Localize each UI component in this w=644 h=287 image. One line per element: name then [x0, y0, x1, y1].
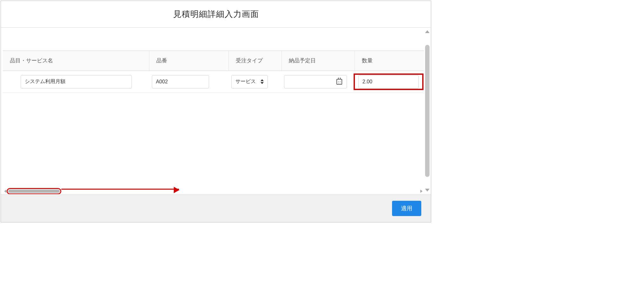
col-header-type: 受注タイプ — [229, 51, 282, 71]
detail-grid: 品目・サービス名 品番 受注タイプ 納品予定日 数量 システム利用月額 — [3, 51, 424, 93]
order-type-select[interactable]: サービス — [231, 75, 268, 88]
table-row: システム利用月額 A002 サービス — [3, 71, 424, 93]
dialog-vertical-scrollbar[interactable] — [424, 28, 431, 194]
detail-table: 品目・サービス名 品番 受注タイプ 納品予定日 数量 システム利用月額 — [3, 51, 424, 93]
item-name-input[interactable]: システム利用月額 — [21, 75, 132, 88]
scroll-left-icon[interactable] — [4, 190, 6, 193]
dialog-title-text: 見積明細詳細入力画面 — [173, 9, 259, 20]
scroll-right-icon[interactable] — [420, 190, 423, 193]
item-code-input[interactable]: A002 — [152, 75, 209, 88]
item-code-value: A002 — [156, 79, 168, 85]
order-type-value: サービス — [235, 78, 256, 85]
scroll-thumb[interactable] — [8, 190, 60, 193]
col-header-qty: 数量 — [355, 51, 424, 71]
qty-highlight-box: 2.00 — [354, 74, 424, 90]
scroll-track[interactable] — [8, 190, 420, 193]
col-header-date: 納品予定日 — [281, 51, 355, 71]
annotation-arrow — [61, 189, 179, 190]
col-header-code: 品番 — [149, 51, 229, 71]
content-area: 品目・サービス名 品番 受注タイプ 納品予定日 数量 システム利用月額 — [3, 28, 424, 194]
spacer — [3, 28, 424, 51]
apply-button-label: 適用 — [401, 205, 412, 212]
scroll-up-icon[interactable] — [425, 30, 430, 33]
quantity-input[interactable]: 2.00 — [358, 75, 419, 88]
dialog-title: 見積明細詳細入力画面 — [1, 1, 431, 28]
select-stepper-icon — [261, 79, 264, 84]
quantity-value: 2.00 — [363, 79, 372, 85]
dialog-footer: 適用 — [1, 194, 431, 222]
calendar-icon — [336, 79, 342, 85]
apply-button[interactable]: 適用 — [392, 201, 421, 216]
dialog-estimate-detail: 見積明細詳細入力画面 品目・サービス名 品番 受注タイプ 納品予定日 数量 — [1, 1, 431, 222]
scroll-down-icon[interactable] — [425, 189, 430, 192]
table-header-row: 品目・サービス名 品番 受注タイプ 納品予定日 数量 — [3, 51, 424, 71]
delivery-date-input[interactable] — [284, 75, 347, 88]
col-header-name: 品目・サービス名 — [3, 51, 149, 71]
item-name-value: システム利用月額 — [25, 78, 65, 85]
vertical-scroll-thumb[interactable] — [425, 45, 430, 177]
